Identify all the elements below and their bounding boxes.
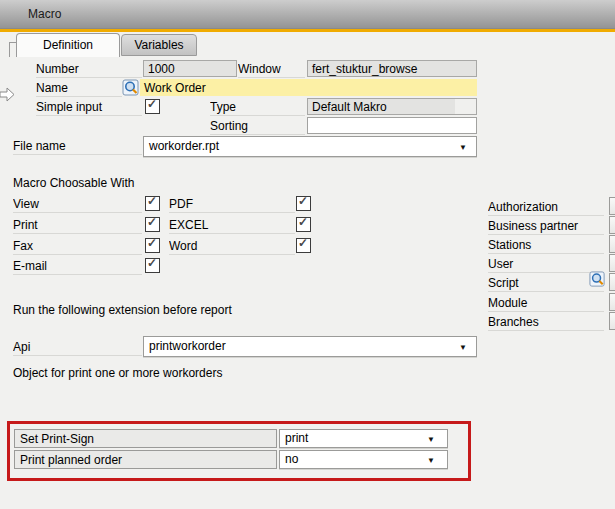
accent-bar bbox=[0, 29, 615, 32]
window-field: fert_stuktur_browse bbox=[307, 60, 477, 77]
dropdown-arrow-icon[interactable]: ▼ bbox=[459, 142, 467, 151]
checkmark-icon: ✓ bbox=[147, 215, 157, 229]
user-label: User bbox=[488, 257, 604, 273]
extension-section-title: Run the following extension before repor… bbox=[13, 303, 232, 317]
simple-input-checkbox[interactable]: ✓ bbox=[145, 99, 160, 114]
pdf-checkbox[interactable]: ✓ bbox=[296, 196, 311, 211]
excel-checkbox[interactable]: ✓ bbox=[296, 217, 311, 232]
extension-description: Object for print one or more workorders bbox=[13, 366, 222, 380]
file-name-label: File name bbox=[13, 139, 142, 155]
print-label: Print bbox=[13, 218, 142, 234]
tab-variables[interactable]: Variables bbox=[121, 34, 197, 56]
pdf-label: PDF bbox=[169, 197, 295, 213]
stations-cutoff-field[interactable] bbox=[609, 235, 615, 253]
authorization-cutoff-field[interactable] bbox=[609, 197, 615, 215]
view-label: View bbox=[13, 197, 142, 213]
checkmark-icon: ✓ bbox=[298, 215, 308, 229]
print-planned-order-label: Print planned order bbox=[14, 450, 277, 469]
word-checkbox[interactable]: ✓ bbox=[296, 238, 311, 253]
checkmark-icon: ✓ bbox=[298, 236, 308, 250]
stations-label: Stations bbox=[488, 238, 604, 254]
checkmark-icon: ✓ bbox=[147, 194, 157, 208]
checkmark-icon: ✓ bbox=[298, 194, 308, 208]
script-cutoff-field[interactable] bbox=[609, 273, 615, 291]
branches-label: Branches bbox=[488, 315, 604, 331]
fax-label: Fax bbox=[13, 239, 142, 255]
dropdown-arrow-icon[interactable]: ▼ bbox=[427, 434, 435, 443]
type-label: Type bbox=[210, 100, 305, 116]
business-partner-label: Business partner bbox=[488, 219, 604, 235]
number-label: Number bbox=[36, 62, 142, 78]
api-dropdown[interactable]: printworkorder ▼ bbox=[143, 336, 477, 357]
print-sign-dropdown[interactable]: print ▼ bbox=[279, 429, 448, 448]
word-label: Word bbox=[169, 239, 295, 255]
user-cutoff-field[interactable] bbox=[609, 254, 615, 272]
cursor-arrow-icon bbox=[0, 87, 15, 102]
dropdown-arrow-icon[interactable]: ▼ bbox=[459, 342, 467, 351]
type-field: Default Makro bbox=[307, 98, 477, 115]
api-value: printworkorder bbox=[149, 339, 226, 353]
lookup-icon[interactable] bbox=[122, 79, 140, 97]
api-label: Api bbox=[13, 340, 142, 356]
module-cutoff-field[interactable] bbox=[609, 293, 615, 311]
email-checkbox[interactable]: ✓ bbox=[145, 258, 160, 273]
sorting-label: Sorting bbox=[210, 119, 305, 135]
script-lookup-icon[interactable] bbox=[589, 271, 606, 288]
name-input[interactable]: Work Order bbox=[140, 79, 477, 96]
view-checkbox[interactable]: ✓ bbox=[145, 196, 160, 211]
type-value: Default Makro bbox=[312, 100, 387, 114]
window-title: Macro bbox=[28, 7, 61, 21]
fax-checkbox[interactable]: ✓ bbox=[145, 238, 160, 253]
planned-order-dropdown[interactable]: no ▼ bbox=[279, 450, 448, 469]
tab-definition[interactable]: Definition bbox=[16, 33, 120, 57]
simple-input-label: Simple input bbox=[36, 100, 142, 116]
sorting-input[interactable] bbox=[307, 117, 477, 134]
print-sign-value: print bbox=[285, 431, 308, 445]
print-checkbox[interactable]: ✓ bbox=[145, 217, 160, 232]
set-print-sign-label: Set Print-Sign bbox=[14, 429, 277, 448]
file-name-dropdown[interactable]: workorder.rpt ▼ bbox=[143, 136, 477, 157]
window-titlebar: Macro bbox=[0, 0, 615, 29]
branches-cutoff-field[interactable] bbox=[609, 312, 615, 330]
checkmark-icon: ✓ bbox=[147, 236, 157, 250]
checkmark-icon: ✓ bbox=[147, 256, 157, 270]
name-label: Name bbox=[36, 81, 122, 97]
authorization-label: Authorization bbox=[488, 200, 604, 216]
checkmark-icon: ✓ bbox=[147, 97, 157, 111]
dropdown-arrow-icon[interactable]: ▼ bbox=[427, 455, 435, 464]
planned-order-value: no bbox=[285, 452, 298, 466]
number-field: 1000 bbox=[143, 60, 237, 77]
email-label: E-mail bbox=[13, 259, 142, 275]
script-label: Script bbox=[488, 276, 604, 292]
excel-label: EXCEL bbox=[169, 218, 295, 234]
file-name-value: workorder.rpt bbox=[149, 139, 219, 153]
module-label: Module bbox=[488, 296, 604, 312]
business-partner-cutoff-field[interactable] bbox=[609, 216, 615, 234]
window-label: Window bbox=[238, 62, 305, 78]
type-field-button bbox=[455, 99, 476, 114]
choosable-section-title: Macro Choosable With bbox=[13, 176, 134, 190]
